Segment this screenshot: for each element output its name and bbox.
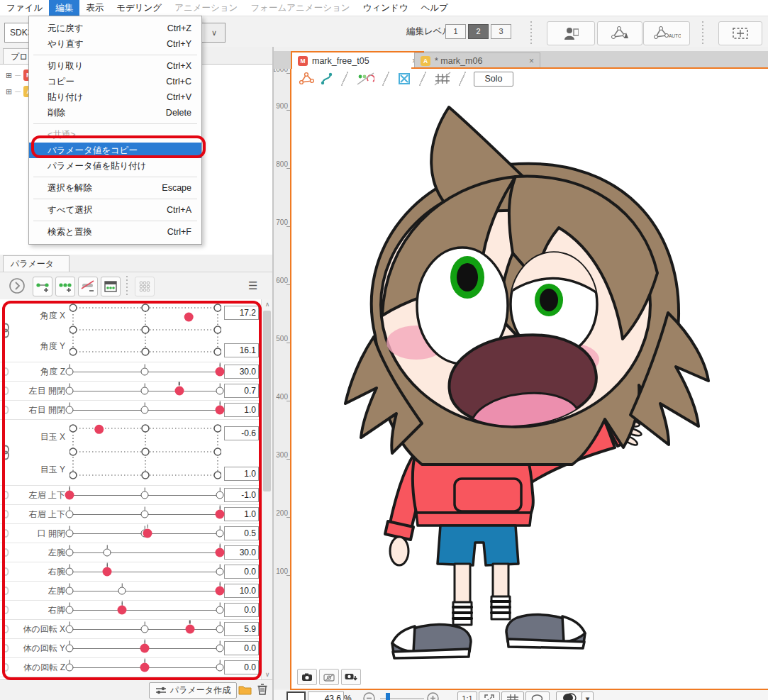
parameter-row[interactable]: 口 開閉0.5 <box>0 524 261 543</box>
menu-item[interactable]: フォームアニメーション <box>244 0 356 16</box>
parameter-slider[interactable] <box>69 486 220 504</box>
rotate-view-button[interactable] <box>525 691 550 700</box>
scroll-down-icon[interactable]: ∨ <box>262 670 273 679</box>
parameter-row[interactable]: 体の回転 X5.9 <box>0 620 261 639</box>
model-viewport[interactable]: Solo <box>290 69 768 690</box>
trash-icon[interactable] <box>257 683 268 696</box>
edit-level-2-button[interactable]: 2 <box>468 24 489 39</box>
menu-item[interactable]: すべて選択Ctrl+A <box>29 202 201 218</box>
edit-level-1-button[interactable]: 1 <box>445 24 466 39</box>
menu-item[interactable]: パラメータ値を貼り付け <box>29 158 201 174</box>
folder-icon[interactable] <box>238 684 252 695</box>
onion-skin-icon[interactable] <box>356 72 374 86</box>
parameter-row[interactable]: 左脚10.0 <box>0 582 261 601</box>
parameter-value[interactable]: 30.0 <box>224 545 259 560</box>
snapshot-camera-button[interactable] <box>297 669 317 685</box>
multi-key-grid-button[interactable] <box>135 277 155 296</box>
parameter-slider[interactable] <box>69 524 220 543</box>
parameter-value[interactable]: 0.7 <box>224 384 259 398</box>
parameter-row[interactable]: 体の回転 Y0.0 <box>0 639 261 658</box>
expand-rows-icon[interactable] <box>9 277 26 294</box>
vertex-pen-tool-button[interactable] <box>597 21 642 45</box>
parameter-slider[interactable] <box>69 401 220 419</box>
opacity-toggle-button[interactable] <box>556 691 583 700</box>
parameter-slider[interactable] <box>69 601 220 619</box>
deformer-icon[interactable] <box>397 72 411 86</box>
parameter-value[interactable]: 5.9 <box>224 622 259 636</box>
remove-key-button[interactable] <box>78 277 98 296</box>
camera-disabled-button[interactable] <box>319 669 339 685</box>
parameter-row[interactable]: 左眉 上下-1.0 <box>0 486 261 505</box>
solo-button[interactable]: Solo <box>474 72 513 87</box>
parameter-slider[interactable] <box>69 639 220 657</box>
menu-item[interactable]: 削除Delete <box>29 105 201 121</box>
parameter-slider[interactable] <box>69 620 220 638</box>
parameter-pad-row[interactable]: 角度 X角度 Y17.216.1 <box>0 299 261 362</box>
edit-level-3-button[interactable]: 3 <box>491 24 511 39</box>
parameter-row[interactable]: 左腕30.0 <box>0 543 261 562</box>
menu-item[interactable]: ヘルプ <box>415 0 455 16</box>
parameter-value[interactable]: 0.0 <box>224 641 259 655</box>
expander-icon[interactable]: ⊞ <box>6 71 12 80</box>
parameter-value[interactable]: 0.0 <box>224 565 259 579</box>
parameter-row[interactable]: 角度 Z30.0 <box>0 362 261 382</box>
parameter-value[interactable]: -1.0 <box>224 488 259 502</box>
menu-item[interactable]: 表示 <box>79 0 110 16</box>
expander-icon[interactable]: ⊞ <box>6 87 12 96</box>
add-key-2point-button[interactable] <box>33 277 52 296</box>
tab-parameter[interactable]: パラメータ <box>3 255 69 272</box>
parameter-value[interactable]: 0.0 <box>224 660 259 674</box>
menu-item[interactable]: パラメータ値をコピー <box>29 143 201 158</box>
parameter-slider[interactable] <box>69 543 220 562</box>
parameter-row[interactable]: 右目 開閉1.0 <box>0 401 261 420</box>
camera-export-button[interactable] <box>341 669 361 685</box>
selection-area-button[interactable] <box>718 21 762 45</box>
key-edit-dialog-button[interactable] <box>101 277 121 296</box>
parameter-row[interactable]: 右眉 上下1.0 <box>0 505 261 524</box>
menu-item[interactable]: <共通> <box>29 127 201 143</box>
menu-item[interactable]: 切り取りCtrl+X <box>29 58 201 74</box>
scroll-up-icon[interactable]: ∧ <box>262 299 273 309</box>
mesh-edit-icon[interactable] <box>299 72 314 86</box>
parameter-slider[interactable] <box>69 582 220 600</box>
menu-item[interactable]: ウィンドウ <box>357 0 415 16</box>
parameter-row[interactable]: 左目 開閉0.7 <box>0 382 261 401</box>
add-key-3point-button[interactable] <box>55 277 75 296</box>
parameter-value[interactable]: 10.0 <box>224 584 259 598</box>
opacity-dropdown-icon[interactable]: ▾ <box>581 691 594 700</box>
menu-item[interactable]: 編集 <box>49 0 79 16</box>
panel-divider[interactable] <box>272 47 274 700</box>
parameter-slider[interactable] <box>69 562 220 581</box>
scrollbar-thumb[interactable] <box>263 311 271 491</box>
grid-toggle-button[interactable] <box>501 691 524 700</box>
zoom-out-icon[interactable] <box>363 692 375 700</box>
create-parameter-button[interactable]: パラメータ作成 <box>149 682 237 699</box>
path-edit-icon[interactable] <box>321 72 333 86</box>
model-image-view-button[interactable] <box>547 21 595 45</box>
menu-item[interactable]: アニメーション <box>168 0 244 16</box>
parameter-row[interactable]: 右腕0.0 <box>0 562 261 582</box>
parameter-value[interactable]: 16.1 <box>224 343 259 357</box>
parameter-value[interactable]: -0.6 <box>224 426 259 440</box>
menu-item[interactable]: ファイル <box>0 0 49 16</box>
menu-item[interactable]: コピーCtrl+C <box>29 74 201 89</box>
tab-animation-mark-m06[interactable]: A * mark_m06 × <box>414 52 540 69</box>
parameter-value[interactable]: 0.0 <box>224 603 259 617</box>
close-icon[interactable]: × <box>529 56 534 66</box>
chevron-down-icon[interactable]: ∨ <box>204 23 225 42</box>
parameter-value[interactable]: 30.0 <box>224 365 259 379</box>
menu-item[interactable]: 検索と置換Ctrl+F <box>29 224 201 240</box>
parameter-value[interactable]: 1.0 <box>224 467 259 481</box>
menu-item[interactable]: やり直すCtrl+Y <box>29 36 201 52</box>
zoom-in-icon[interactable] <box>427 692 439 700</box>
menu-item[interactable]: モデリング <box>110 0 168 16</box>
fit-view-button[interactable] <box>479 691 500 700</box>
parameter-slider[interactable] <box>69 505 220 523</box>
parameter-slider[interactable] <box>69 382 220 400</box>
parameter-value[interactable]: 17.2 <box>224 306 259 320</box>
parameter-value[interactable]: 0.5 <box>224 526 259 540</box>
menu-item[interactable]: 選択を解除Escape <box>29 180 201 196</box>
character-model[interactable] <box>310 103 750 663</box>
parameter-value[interactable]: 1.0 <box>224 507 259 521</box>
menu-item[interactable]: 貼り付けCtrl+V <box>29 89 201 105</box>
